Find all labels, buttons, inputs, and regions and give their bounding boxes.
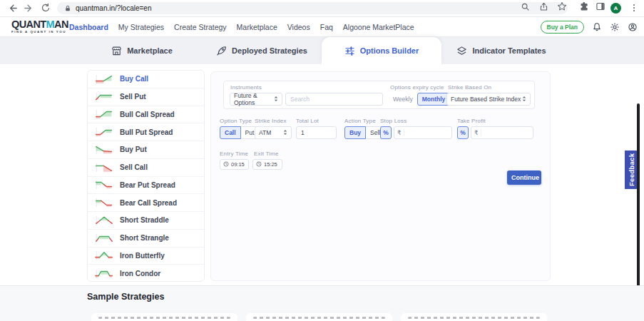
buy-a-plan-button[interactable]: Buy a Plan: [541, 21, 584, 34]
buy-put-payoff-icon: [95, 145, 113, 155]
nav-item-marketplace[interactable]: Marketplace: [237, 23, 277, 31]
back-icon[interactable]: [7, 3, 19, 14]
updown-arrows-icon: [274, 96, 278, 103]
sample-strategy-card[interactable]: [91, 313, 237, 321]
expiry-monthly-option[interactable]: Monthly: [417, 93, 451, 106]
take-profit-input-box: ₹: [471, 126, 533, 139]
browser-chrome: quantman.in/?locale=en A: [0, 0, 644, 17]
strategy-item-label: Sell Put: [120, 93, 146, 101]
entry-time-label: Entry Time: [220, 151, 248, 157]
updown-arrows-icon: [283, 129, 287, 137]
sample-strategy-card[interactable]: [401, 313, 547, 321]
kebab-menu-icon[interactable]: [629, 3, 639, 16]
total-lot-input[interactable]: [296, 126, 337, 139]
bell-icon[interactable]: [592, 22, 602, 32]
instrument-search-input[interactable]: [285, 93, 383, 106]
expiry-weekly-option[interactable]: Weekly: [389, 93, 417, 106]
tab-label: Marketplace: [127, 46, 173, 55]
instrument-select[interactable]: Future & Options: [230, 93, 282, 106]
options-builder-panel: Instruments Future & Options Options exp…: [210, 71, 551, 281]
strategy-item-label: Buy Put: [120, 146, 147, 153]
sample-strategy-card[interactable]: [246, 313, 392, 321]
clock-icon: [256, 161, 262, 168]
option-type-call[interactable]: Call: [220, 126, 241, 139]
logo-accent-letter: M: [46, 19, 54, 30]
action-type-toggle: Buy Sell: [344, 126, 385, 139]
bear-call-spread-payoff-icon: [95, 198, 113, 208]
address-bar[interactable]: quantman.in/?locale=en: [57, 2, 568, 14]
forward-icon[interactable]: [24, 3, 35, 14]
quantman-logo[interactable]: QUANTMAN FIND A QUANT IN YOU: [11, 19, 68, 34]
instruments-box: Instruments Future & Options Options exp…: [223, 81, 535, 109]
stop-loss-percent-chip[interactable]: %: [380, 126, 392, 139]
continue-button[interactable]: Continue: [507, 170, 541, 185]
strategy-item-label: Bear Call Spread: [120, 199, 177, 207]
bull-put-spread-payoff-icon: [95, 127, 113, 137]
page-scrollbar[interactable]: [637, 103, 640, 305]
action-type-buy[interactable]: Buy: [344, 126, 366, 139]
tab-options-builder[interactable]: Options Builder: [322, 37, 441, 64]
side-panel-icon[interactable]: [596, 1, 605, 14]
strategy-item-short-strangle[interactable]: Short Strangle: [88, 230, 204, 248]
strategy-item-buy-put[interactable]: Buy Put: [88, 141, 204, 159]
logo-text: QUANT: [11, 19, 46, 30]
bookmark-star-icon[interactable]: [557, 1, 567, 14]
strategy-item-label: Buy Call: [120, 75, 148, 83]
logo-tagline: FIND A QUANT IN YOU: [11, 31, 68, 34]
puzzle-icon[interactable]: [579, 1, 589, 14]
nav-item-faq[interactable]: Faq: [320, 23, 333, 31]
tab-deployed-strategies[interactable]: Deployed Strategies: [202, 37, 322, 64]
exit-time-input[interactable]: 15:25: [252, 159, 282, 170]
share-icon[interactable]: [539, 1, 548, 14]
total-lot-label: Total Lot: [296, 118, 319, 124]
layers-icon: [456, 46, 467, 56]
strategy-item-iron-butterfly[interactable]: Iron Butterfly: [88, 248, 204, 265]
strategy-item-bull-call-spread[interactable]: Bull Call Spread: [88, 106, 204, 124]
strategy-item-bull-put-spread[interactable]: Bull Put Spread: [88, 123, 204, 141]
strategy-item-sell-put[interactable]: Sell Put: [88, 88, 204, 106]
strategy-item-bear-put-spread[interactable]: Bear Put Spread: [88, 177, 204, 195]
reload-icon[interactable]: [41, 3, 52, 14]
nav-item-videos[interactable]: Videos: [287, 23, 310, 31]
settings-icon[interactable]: [610, 22, 620, 32]
strategy-item-sell-call[interactable]: Sell Call: [88, 159, 204, 177]
sell-call-payoff-icon: [95, 163, 113, 173]
navbar-actions: Buy a Plan: [541, 17, 638, 37]
nav-item-my-strategies[interactable]: My Strategies: [118, 23, 164, 31]
take-profit-percent-chip[interactable]: %: [457, 126, 469, 139]
tab-indicator-templates[interactable]: Indicator Templates: [441, 37, 561, 64]
tab-label: Deployed Strategies: [232, 46, 307, 55]
strategy-item-short-straddle[interactable]: Short Straddle: [88, 212, 204, 230]
stop-loss-input[interactable]: [404, 129, 451, 136]
strategy-item-label: Bear Put Spread: [120, 181, 175, 189]
nav-item-create-strategy[interactable]: Create Strategy: [174, 23, 227, 31]
bull-call-spread-payoff-icon: [95, 109, 113, 119]
strategy-item-iron-condor[interactable]: Iron Condor: [88, 265, 204, 282]
strategy-item-label: Bull Call Spread: [120, 111, 175, 118]
sliders-icon: [344, 46, 355, 56]
strike-index-label: Strike Index: [255, 118, 287, 124]
entry-time-input[interactable]: 09:15: [220, 159, 249, 170]
stop-loss-input-box: ₹: [394, 126, 452, 139]
clock-icon: [223, 161, 229, 168]
nav-item-dashboard[interactable]: Dashboard: [69, 23, 108, 31]
strike-based-select[interactable]: Future Based Strike Index: [446, 93, 531, 106]
zoom-icon[interactable]: [521, 1, 530, 14]
account-icon[interactable]: [628, 22, 638, 32]
rupee-symbol: ₹: [471, 129, 481, 136]
short-straddle-payoff-icon: [95, 215, 113, 225]
app-window: quantman.in/?locale=en A QUANTMAN FIND A…: [0, 0, 644, 321]
instruments-label: Instruments: [230, 84, 262, 91]
take-profit-input[interactable]: [481, 129, 533, 136]
exit-time-value: 15:25: [264, 161, 277, 168]
browser-avatar[interactable]: A: [610, 3, 621, 14]
rupee-symbol: ₹: [394, 129, 404, 136]
buy-call-payoff-icon: [95, 74, 113, 84]
strategy-item-buy-call[interactable]: Buy Call: [88, 71, 204, 88]
tab-bar: MarketplaceDeployed StrategiesOptions Bu…: [0, 37, 644, 64]
tab-marketplace[interactable]: Marketplace: [82, 37, 202, 64]
strike-index-select[interactable]: ATM: [255, 126, 292, 139]
strategy-item-bear-call-spread[interactable]: Bear Call Spread: [88, 194, 204, 212]
expiry-cycle-label: Options expiry cycle: [390, 84, 444, 91]
nav-item-algoone-marketplace[interactable]: Algoone MarketPlace: [343, 23, 414, 31]
